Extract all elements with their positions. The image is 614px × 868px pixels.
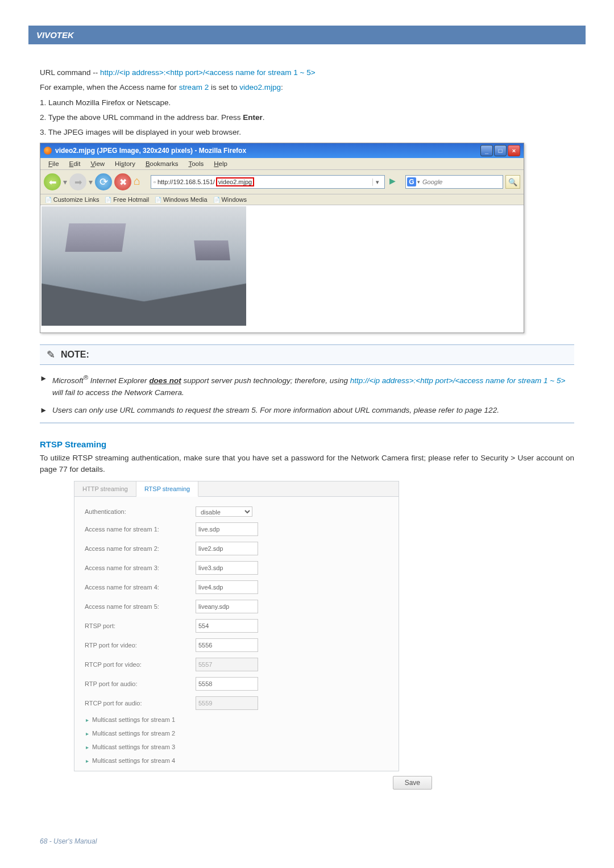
- menu-file[interactable]: File: [44, 159, 64, 168]
- toolbar: ⬅ ▾ ➡ ▾ ⟳ ✖ ⌂ ▫ http://192.168.5.151/vid…: [40, 170, 524, 194]
- rtp-video-input[interactable]: [196, 638, 258, 652]
- auth-select[interactable]: disable: [196, 506, 252, 517]
- menu-view[interactable]: View: [86, 159, 109, 168]
- note-item-1: Microsoft® Internet Explorer does not su…: [40, 373, 574, 398]
- fwd-dropdown-icon[interactable]: ▾: [89, 177, 93, 186]
- menu-help[interactable]: Help: [209, 159, 232, 168]
- rtsp-title: RTSP Streaming: [40, 439, 574, 449]
- step-2: 2. Type the above URL command in the add…: [40, 112, 574, 123]
- save-button[interactable]: Save: [393, 776, 432, 790]
- reload-button[interactable]: ⟳: [95, 173, 112, 190]
- search-input[interactable]: [421, 178, 503, 186]
- rtsp-desc: To utilize RTSP streaming authentication…: [40, 452, 574, 476]
- note-item-2: Users can only use URL commands to reque…: [40, 405, 574, 417]
- menu-edit[interactable]: Edit: [65, 159, 85, 168]
- rtsp-port-input[interactable]: [196, 619, 258, 633]
- address-highlight: video2.mjpg: [216, 177, 254, 186]
- access5-input[interactable]: [196, 600, 258, 613]
- tab-rtsp[interactable]: RTSP streaming: [136, 481, 198, 497]
- chevron-right-icon: ▸: [86, 744, 89, 750]
- jpeg-image: [42, 206, 246, 326]
- rtcp-audio-input: [196, 696, 258, 710]
- firefox-titlebar: video2.mjpg (JPEG Image, 320x240 pixels)…: [40, 143, 524, 158]
- rtp-audio-label: RTP port for audio:: [85, 680, 196, 687]
- step-3: 3. The JPEG images will be displayed in …: [40, 127, 574, 138]
- menu-bookmarks[interactable]: Bookmarks: [141, 159, 183, 168]
- divider: [40, 422, 574, 423]
- access1-label: Access name for stream 1:: [85, 526, 196, 533]
- maximize-button[interactable]: □: [494, 145, 507, 156]
- bookmark-link[interactable]: Windows Media: [155, 196, 207, 203]
- page-icon: ▫: [154, 178, 156, 185]
- menu-history[interactable]: History: [110, 159, 140, 168]
- chevron-right-icon: ▸: [86, 730, 89, 737]
- chevron-right-icon: ▸: [86, 758, 89, 764]
- bookmark-link[interactable]: Windows: [213, 196, 247, 203]
- tab-http[interactable]: HTTP streaming: [74, 481, 136, 496]
- stop-button[interactable]: ✖: [114, 173, 131, 190]
- multicast-4[interactable]: ▸Multicast settings for stream 4: [85, 754, 388, 767]
- rtp-video-label: RTP port for video:: [85, 642, 196, 649]
- access3-input[interactable]: [196, 561, 258, 575]
- minimize-button[interactable]: _: [480, 145, 493, 156]
- access4-input[interactable]: [196, 580, 258, 594]
- access4-label: Access name for stream 4:: [85, 584, 196, 591]
- multicast-2[interactable]: ▸Multicast settings for stream 2: [85, 726, 388, 740]
- address-bar[interactable]: ▫ http://192.168.5.151/video2.mjpg ▾: [151, 175, 385, 189]
- url-example: For example, when the Access name for st…: [40, 82, 574, 93]
- step-1: 1. Launch Mozilla Firefox or Netscape.: [40, 97, 574, 109]
- access2-input[interactable]: [196, 542, 258, 555]
- auth-label: Authentication:: [85, 508, 196, 515]
- back-dropdown-icon[interactable]: ▾: [63, 177, 67, 186]
- search-button[interactable]: 🔍: [505, 175, 520, 189]
- firefox-window: video2.mjpg (JPEG Image, 320x240 pixels)…: [40, 143, 524, 333]
- page-header: VIVOTEK: [28, 26, 586, 44]
- access1-input[interactable]: [196, 522, 258, 536]
- menu-bar: File Edit View History Bookmarks Tools H…: [40, 158, 524, 170]
- rtsp-port-label: RTSP port:: [85, 622, 196, 629]
- window-title: video2.mjpg (JPEG Image, 320x240 pixels)…: [55, 147, 477, 155]
- home-button[interactable]: ⌂: [134, 175, 148, 189]
- rtsp-settings-panel: HTTP streaming RTSP streaming Authentica…: [74, 481, 399, 771]
- cmd-label: URL command --: [40, 68, 100, 77]
- note-header: ✎ NOTE:: [40, 344, 574, 365]
- access5-label: Access name for stream 5:: [85, 603, 196, 610]
- rtcp-video-label: RTCP port for video:: [85, 661, 196, 668]
- bookmark-link[interactable]: Free Hotmail: [105, 196, 149, 203]
- bookmarks-toolbar: Customize Links Free Hotmail Windows Med…: [40, 194, 524, 205]
- bookmark-link[interactable]: Customize Links: [45, 196, 99, 203]
- access2-label: Access name for stream 2:: [85, 545, 196, 552]
- search-engine-dropdown-icon[interactable]: ▾: [417, 179, 420, 185]
- multicast-3[interactable]: ▸Multicast settings for stream 3: [85, 740, 388, 754]
- firefox-icon: [44, 147, 52, 155]
- access3-label: Access name for stream 3:: [85, 564, 196, 571]
- rtp-audio-input[interactable]: [196, 677, 258, 691]
- menu-tools[interactable]: Tools: [184, 159, 208, 168]
- browser-content: [40, 205, 524, 333]
- rtcp-video-input: [196, 658, 258, 671]
- close-button[interactable]: ×: [508, 145, 520, 156]
- google-icon: G: [407, 177, 416, 186]
- back-button[interactable]: ⬅: [44, 173, 61, 190]
- note-label: NOTE:: [61, 350, 89, 360]
- rtcp-audio-label: RTCP port for audio:: [85, 700, 196, 707]
- go-button[interactable]: ▶: [389, 176, 401, 188]
- cmd-value: http://<ip address>:<http port>/<access …: [100, 68, 316, 77]
- url-command: URL command -- http://<ip address>:<http…: [40, 67, 574, 78]
- search-box[interactable]: G ▾: [405, 175, 503, 189]
- forward-button[interactable]: ➡: [69, 173, 86, 190]
- address-dropdown-icon[interactable]: ▾: [372, 178, 382, 186]
- pencil-icon: ✎: [47, 348, 55, 361]
- settings-tabs: HTTP streaming RTSP streaming: [74, 481, 399, 497]
- multicast-1[interactable]: ▸Multicast settings for stream 1: [85, 713, 388, 726]
- chevron-right-icon: ▸: [86, 717, 89, 723]
- page-footer: 68 - User's Manual: [40, 837, 97, 845]
- address-text: http://192.168.5.151/: [157, 178, 215, 185]
